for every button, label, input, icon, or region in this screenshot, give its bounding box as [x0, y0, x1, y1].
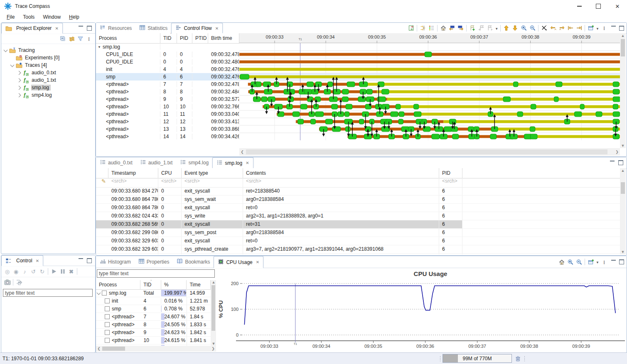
tree-item-experiments-0-[interactable]: Experiments [0] — [4, 54, 95, 61]
record-icon[interactable]: ◉ — [12, 267, 20, 276]
tree-item-smp-log[interactable]: ƒsmp.log — [4, 84, 95, 91]
tab-control-flow[interactable]: Control Flow✕ — [171, 23, 223, 34]
pause-icon[interactable] — [58, 267, 67, 276]
maximize-view-icon[interactable] — [87, 258, 92, 263]
expander-icon[interactable] — [10, 64, 16, 66]
dropdown-arrow-icon[interactable]: ▼ — [596, 259, 599, 265]
process-row[interactable]: <pthread>101009:00:32.7662 — [96, 103, 239, 110]
tree-item-audio-0-txt[interactable]: ƒaudio_0.txt — [4, 69, 95, 76]
column-header-pid[interactable]: PID — [439, 168, 462, 178]
usage-row[interactable]: init40.016 %1.221 m — [96, 297, 211, 305]
close-icon[interactable]: ✕ — [215, 26, 219, 31]
legend-icon[interactable] — [427, 24, 436, 33]
filter-icon[interactable] — [76, 34, 85, 43]
search-cell[interactable]: <srch> — [108, 178, 158, 187]
zoom-in-icon[interactable] — [566, 257, 575, 266]
column-header-pid[interactable]: PID — [177, 33, 192, 43]
column-header-contents[interactable]: Contents — [243, 168, 439, 178]
events-vscrollbar[interactable]: ▲ ▼ — [620, 168, 626, 254]
tab-resources[interactable]: Resources — [96, 23, 135, 33]
marker-next-icon[interactable] — [485, 24, 494, 33]
marker-prev-icon[interactable] — [477, 24, 485, 33]
column-header-timestamp[interactable]: Timestamp — [108, 168, 158, 178]
menu-window[interactable]: Window — [39, 13, 65, 21]
expander-icon[interactable] — [17, 86, 22, 89]
down-icon[interactable] — [511, 24, 519, 33]
expander-triangle-icon[interactable]: ▼ — [98, 45, 101, 49]
event-row[interactable]: 09:00:33.682 024 4330sys_writearg2=31, a… — [96, 212, 620, 220]
event-row[interactable]: 09:00:33.682 329 6030sys_pthread_createa… — [96, 245, 620, 254]
dropdown-arrow-icon[interactable]: ▼ — [495, 25, 498, 31]
process-row[interactable]: <pthread>111109:00:33.0404 — [96, 110, 239, 118]
event-last-icon[interactable] — [575, 24, 583, 33]
search-row-icon-cell[interactable]: ✎ — [96, 178, 108, 187]
garbage-collect-icon[interactable] — [514, 354, 522, 363]
tab-smp4-log[interactable]: smp4.log — [176, 157, 212, 168]
usage-row[interactable]: smp.logTotal199.997 %14.959 — [96, 289, 211, 297]
tab-smp-log[interactable]: smp.log✕ — [212, 157, 253, 169]
minimize-view-icon[interactable] — [610, 161, 615, 163]
expander-icon[interactable] — [17, 94, 22, 97]
control-flow-timeline-chart[interactable] — [239, 43, 620, 148]
column-header-time[interactable]: Time — [187, 280, 211, 289]
refresh-icon[interactable]: ↺ — [29, 267, 38, 276]
column-header-tid[interactable]: TIDˇ — [140, 280, 161, 289]
tab-properties[interactable]: Properties — [135, 256, 173, 268]
expander-icon[interactable] — [17, 71, 22, 74]
event-row[interactable]: 09:00:33.682 268 5690exit_syscallret=316 — [96, 220, 620, 229]
sync-icon[interactable]: ↻ — [38, 267, 47, 276]
import-icon[interactable] — [15, 278, 23, 287]
checkbox[interactable] — [105, 330, 110, 335]
usage-row[interactable]: smp60.708 %52.978 — [96, 305, 211, 313]
state-prev-icon[interactable] — [448, 24, 456, 33]
play-icon[interactable] — [49, 267, 58, 276]
new-view-icon[interactable] — [586, 24, 595, 33]
checkbox[interactable] — [105, 322, 110, 327]
usage-row[interactable]: <pthread>1024.615 %1.841 s — [96, 337, 211, 344]
link-with-editor-icon[interactable] — [67, 34, 76, 43]
chevron-down-icon[interactable] — [97, 291, 101, 295]
menu-tools[interactable]: Tools — [19, 13, 39, 21]
process-row[interactable]: <pthread>141409:00:34.4262 — [96, 133, 239, 140]
process-row[interactable]: smp6609:00:32.4760 — [96, 73, 239, 81]
target-icon[interactable]: ◎ — [3, 267, 12, 276]
menu-file[interactable]: File — [2, 13, 19, 21]
maximize-view-icon[interactable] — [619, 26, 624, 31]
zoom-out-icon[interactable] — [528, 24, 537, 33]
maximize-view-icon[interactable] — [619, 259, 624, 264]
view-menu-icon[interactable]: ⁝ — [600, 257, 609, 266]
event-row[interactable]: 09:00:33.682 329 6030exit_syscallret=06 — [96, 237, 620, 245]
tree-item-tracing[interactable]: TTracing — [4, 46, 95, 54]
close-icon[interactable]: ✕ — [36, 259, 39, 263]
usage-row[interactable]: <pthread>824.505 %1.833 s — [96, 321, 211, 329]
event-row[interactable]: 09:00:33.682 360 1170sched_wakeupnew thr… — [96, 254, 620, 254]
tab-project-explorer[interactable]: Project Explorer ✕ — [1, 23, 63, 34]
view-menu-icon[interactable]: ⁝ — [85, 34, 93, 43]
minimize-view-icon[interactable] — [611, 260, 616, 262]
process-row[interactable]: <pthread>131309:00:33.8687 — [96, 125, 239, 133]
column-header-event-type[interactable]: Event type — [182, 168, 243, 178]
window-maximize-button[interactable] — [589, 0, 608, 12]
window-minimize-button[interactable] — [570, 0, 589, 12]
process-row[interactable]: CPU1_IDLE0009:00:32.4789 — [96, 51, 239, 58]
expander-icon[interactable] — [17, 79, 22, 82]
search-cell[interactable]: <srch> — [439, 178, 462, 187]
tree-item-smp4-log[interactable]: ƒsmp4.log — [4, 91, 95, 99]
bookmark-add-icon[interactable] — [468, 24, 477, 33]
home-icon[interactable] — [557, 257, 566, 266]
close-icon[interactable]: ✕ — [55, 26, 58, 31]
maximize-view-icon[interactable] — [618, 160, 623, 165]
column-header-cpu[interactable]: CPU — [158, 168, 182, 178]
view-menu-icon[interactable]: ⁝ — [600, 24, 609, 33]
cpu-usage-chart[interactable]: CPU Usage% CPU0100200NaN" x2="62" y2="17… — [216, 268, 626, 352]
tab-audio-0-txt[interactable]: audio_0.txt — [96, 157, 136, 168]
heap-status-bar[interactable]: 99M of 770M — [443, 354, 512, 363]
menu-help[interactable]: Help — [65, 13, 84, 21]
column-header-birth-time[interactable]: Birth time — [208, 33, 239, 43]
event-row[interactable]: 09:00:33.680 864 7860exit_syscallret=06 — [96, 204, 620, 212]
tab-statistics[interactable]: Statistics — [135, 23, 171, 33]
zoom-out-icon[interactable] — [575, 257, 583, 266]
unfollow-icon[interactable] — [540, 24, 548, 33]
align-icon[interactable] — [407, 24, 416, 33]
steps-icon[interactable]: ♪ — [20, 267, 29, 276]
